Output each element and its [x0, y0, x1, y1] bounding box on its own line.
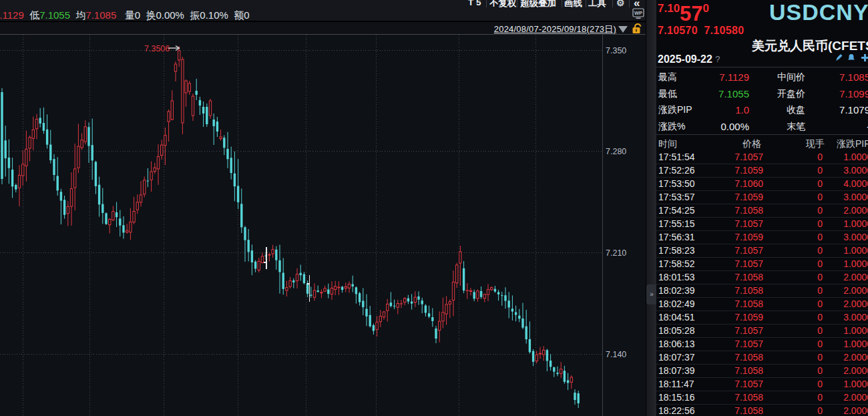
svg-text:WP: WP [634, 10, 642, 16]
